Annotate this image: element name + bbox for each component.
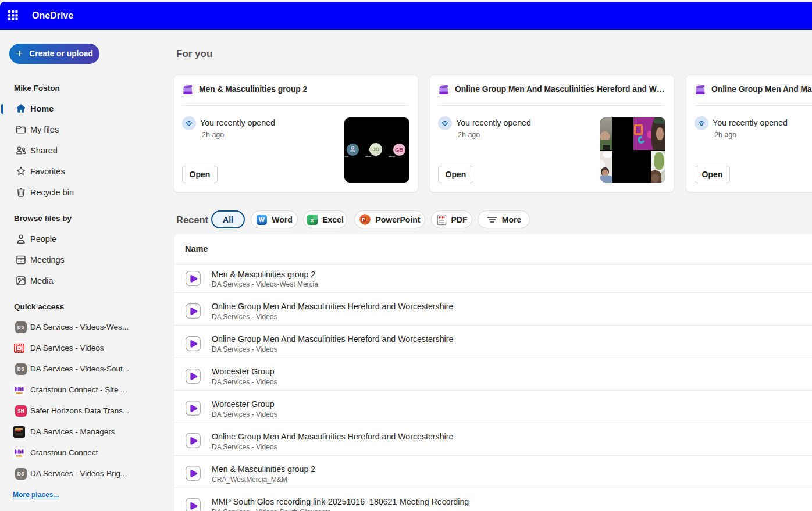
svg-text:x: x: [311, 216, 314, 223]
svg-text:W: W: [259, 216, 265, 223]
svg-text:P: P: [362, 216, 366, 223]
